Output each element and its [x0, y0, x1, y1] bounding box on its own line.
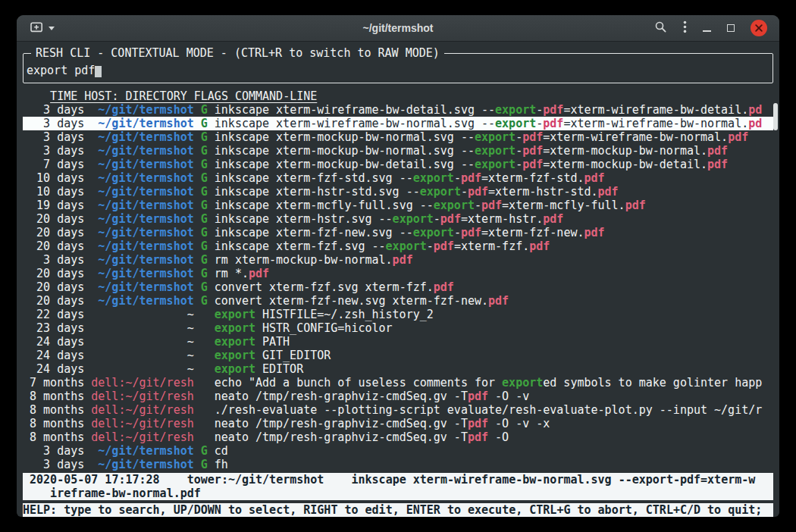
history-row[interactable]: 20 days~/git/termshotGconvert xterm-fzf-… — [23, 294, 773, 308]
text-segment: export — [215, 321, 255, 335]
history-row[interactable]: 20 days~/git/termshotGinkscape xterm-fzf… — [23, 239, 773, 253]
time-cell: 24 days — [23, 349, 84, 362]
history-row[interactable]: 8 monthsdell:~/git/reshneato /tmp/resh-g… — [23, 430, 773, 444]
location-cell: ~/git/termshot — [91, 294, 193, 308]
history-row[interactable]: 10 days~/git/termshotGinkscape xterm-fzf… — [23, 171, 773, 185]
history-row[interactable]: 20 days~/git/termshotGinkscape xterm-hst… — [23, 212, 773, 226]
text-segment: pdf — [522, 158, 543, 171]
text-segment: =xterm-wireframe-bw-normal. — [543, 130, 728, 144]
text-segment: ~/git/termshot — [98, 458, 193, 471]
terminal-window: ~/git/termshot — [17, 15, 779, 517]
text-segment: - — [516, 130, 522, 144]
kebab-menu-icon — [683, 20, 687, 36]
history-row-selected[interactable]: 3 days~/git/termshotGinkscape xterm-wire… — [23, 117, 773, 130]
new-tab-button[interactable] — [30, 21, 43, 35]
history-row[interactable]: 3 days~/git/termshotGinkscape xterm-mock… — [23, 144, 773, 158]
text-segment: -O -v — [488, 390, 529, 403]
text-segment: rm xterm-mockup-bw-normal. — [215, 253, 393, 267]
text-segment: pdf — [481, 199, 502, 212]
location-cell: ~/git/termshot — [91, 267, 193, 280]
location-cell: ~/git/termshot — [91, 253, 193, 267]
command-cell: ./resh-evaluate --plotting-script evalua… — [215, 403, 773, 417]
status-bar: 2020-05-07 17:17:28 tower:~/git/termshot… — [23, 473, 773, 500]
text-segment: - — [516, 158, 522, 171]
text-segment: ~/git/termshot — [98, 171, 193, 185]
text-segment: pdf — [468, 417, 488, 430]
flag-cell — [201, 308, 208, 321]
close-button[interactable] — [751, 20, 767, 36]
minimize-button[interactable] — [703, 25, 711, 32]
history-row[interactable]: 8 monthsdell:~/git/reshneato /tmp/resh-g… — [23, 417, 773, 430]
flag-cell: G — [201, 103, 208, 117]
history-row[interactable]: 24 days~export PATH — [23, 335, 773, 349]
location-cell: ~/git/termshot — [91, 144, 193, 158]
command-cell: convert xterm-fzf.svg xterm-fzf.pdf — [215, 280, 773, 294]
history-row[interactable]: 23 days~export HSTR_CONFIG=hicolor — [23, 321, 773, 335]
text-cursor — [95, 66, 102, 77]
text-segment: export — [215, 362, 255, 376]
history-row[interactable]: 3 days~/git/termshotGcd — [23, 444, 773, 458]
text-segment: neato /tmp/resh-graphviz-cmdSeq.gv -T — [215, 430, 468, 444]
command-cell: neato /tmp/resh-graphviz-cmdSeq.gv -Tpdf… — [215, 390, 773, 403]
time-cell: 3 days — [23, 103, 84, 117]
text-segment: pdf — [529, 239, 550, 253]
history-row[interactable]: 24 days~export GIT_EDITOR — [23, 349, 773, 362]
location-cell: ~ — [91, 308, 193, 321]
history-row[interactable]: 8 monthsdell:~/git/resh./resh-evaluate -… — [23, 403, 773, 417]
text-segment: pdf — [625, 199, 646, 212]
search-input[interactable]: export pdf — [27, 64, 769, 77]
text-segment: - — [454, 226, 461, 239]
flag-cell: G — [201, 199, 208, 212]
text-segment: inkscape xterm-mcfly-full.svg -- — [215, 199, 434, 212]
history-row[interactable]: 3 days~/git/termshotGinkscape xterm-wire… — [23, 103, 773, 117]
time-cell: 3 days — [23, 117, 84, 130]
history-row[interactable]: 3 days~/git/termshotGfh — [23, 458, 773, 471]
restore-button[interactable] — [727, 24, 735, 32]
text-segment: pdf — [434, 280, 454, 294]
history-row[interactable]: 20 days~/git/termshotGinkscape xterm-fzf… — [23, 226, 773, 239]
location-cell: dell:~/git/resh — [91, 430, 193, 444]
command-cell: inkscape xterm-mockup-bw-normal.svg --ex… — [215, 144, 773, 158]
new-tab-dropdown-button[interactable] — [49, 27, 55, 30]
time-cell: 7 days — [23, 158, 84, 171]
flag-cell — [201, 376, 208, 390]
history-row[interactable]: 10 days~/git/termshotGinkscape xterm-hst… — [23, 185, 773, 199]
history-row[interactable]: 20 days~/git/termshotGrm *.pdf — [23, 267, 773, 280]
menu-button[interactable] — [683, 20, 687, 36]
time-cell: 8 months — [23, 417, 84, 430]
text-segment: export — [413, 171, 454, 185]
time-cell: 20 days — [23, 280, 84, 294]
text-segment: ~/git/termshot — [98, 212, 193, 226]
search-query: export pdf — [27, 64, 95, 77]
history-row[interactable]: 24 days~export EDITOR — [23, 362, 773, 376]
history-row[interactable]: 7 monthsdell:~/git/reshecho "Add a bunch… — [23, 376, 773, 390]
text-segment: - — [461, 185, 468, 199]
text-segment: export — [475, 158, 516, 171]
history-row[interactable]: 3 days~/git/termshotGinkscape xterm-mock… — [23, 130, 773, 144]
text-segment: pdf — [488, 294, 509, 308]
time-cell: 22 days — [23, 308, 84, 321]
text-segment: ~/git/termshot — [98, 117, 193, 130]
text-segment: pdf — [249, 267, 269, 280]
history-row[interactable]: 20 days~/git/termshotGconvert xterm-fzf.… — [23, 280, 773, 294]
time-cell: 20 days — [23, 239, 84, 253]
search-button[interactable] — [654, 20, 667, 36]
text-segment: ~/git/termshot — [98, 226, 193, 239]
text-segment: ed symbols to make golinter happ — [543, 376, 762, 390]
text-segment: - — [454, 171, 461, 185]
history-row[interactable]: 7 days~/git/termshotGinkscape xterm-mock… — [23, 158, 773, 171]
text-segment: =xterm-mcfly-full. — [502, 199, 625, 212]
text-segment: pdf — [522, 130, 543, 144]
flag-cell — [201, 335, 208, 349]
history-row[interactable]: 22 days~export HISTFILE=~/.zsh_history_2 — [23, 308, 773, 321]
scrollbar-thumb[interactable] — [773, 103, 778, 130]
history-row[interactable]: 19 days~/git/termshotGinkscape xterm-mcf… — [23, 199, 773, 212]
flag-cell: G — [201, 130, 208, 144]
flag-cell: G — [201, 267, 208, 280]
history-row[interactable]: 8 monthsdell:~/git/reshneato /tmp/resh-g… — [23, 390, 773, 403]
history-row[interactable]: 3 days~/git/termshotGrm xterm-mockup-bw-… — [23, 253, 773, 267]
text-segment: pdf — [584, 171, 604, 185]
text-segment: ~/git/termshot — [98, 130, 193, 144]
text-segment: =xterm-mockup-bw-detail. — [543, 158, 707, 171]
text-segment: - — [475, 199, 481, 212]
